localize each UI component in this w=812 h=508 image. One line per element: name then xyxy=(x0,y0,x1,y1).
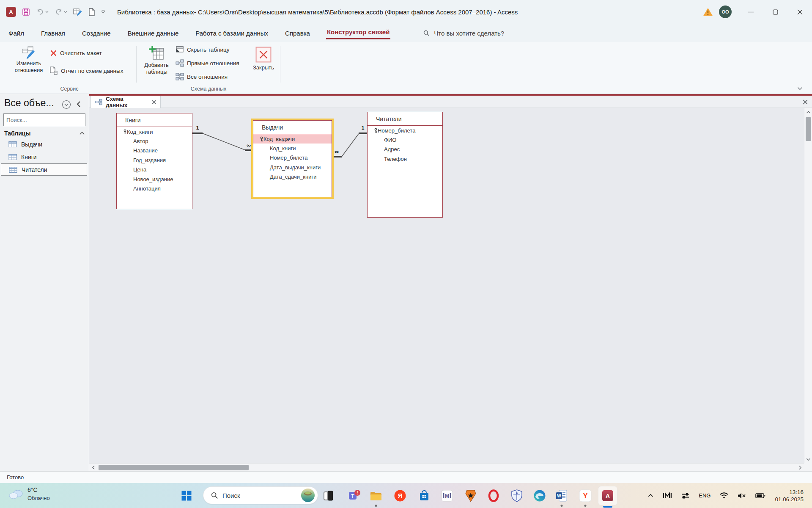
vertical-scroll-thumb[interactable] xyxy=(806,117,811,141)
hide-table-button[interactable]: Скрыть таблицу xyxy=(176,46,229,53)
language-indicator[interactable]: ENG xyxy=(699,492,710,499)
microsoft-store-icon[interactable] xyxy=(418,490,430,502)
edge-icon[interactable] xyxy=(533,489,546,502)
scroll-left-arrow[interactable] xyxy=(89,464,97,472)
tab-external-data[interactable]: Внешние данные xyxy=(127,28,180,39)
save-button[interactable] xyxy=(22,8,30,16)
scroll-up-arrow[interactable] xyxy=(804,108,812,116)
max-messenger-icon[interactable]: M xyxy=(441,490,453,502)
er-field-label: Название xyxy=(133,147,158,154)
scroll-right-arrow[interactable] xyxy=(796,464,804,472)
er-field-row[interactable]: Автор xyxy=(117,136,192,146)
start-button[interactable] xyxy=(181,490,192,501)
tab-home[interactable]: Главная xyxy=(40,28,66,39)
tab-relationships-document[interactable]: Схема данных xyxy=(91,96,161,108)
er-field-row[interactable]: Код_книги xyxy=(253,144,332,153)
close-relationships-button[interactable]: Закрыть xyxy=(250,47,277,71)
tray-max-icon[interactable] xyxy=(663,492,672,499)
close-button[interactable] xyxy=(787,0,812,24)
scroll-down-arrow[interactable] xyxy=(804,455,812,463)
er-field-row[interactable]: Новое_издание xyxy=(117,174,192,184)
relationship-report-button[interactable]: Отчет по схеме данных xyxy=(49,66,123,75)
weather-widget[interactable]: 6°C Облачно xyxy=(8,486,50,502)
er-table-title[interactable]: Выдачи xyxy=(253,121,332,134)
er-field-row[interactable]: ФИО xyxy=(368,135,442,144)
search-highlight-image[interactable] xyxy=(301,488,315,502)
taskbar-search-label: Поиск xyxy=(222,492,296,499)
er-field-row[interactable]: Номер_билета xyxy=(253,153,332,163)
account-avatar[interactable]: ОО xyxy=(719,6,732,18)
er-table-readers[interactable]: Читатели Номер_билета ФИО Адрес Телефон xyxy=(367,112,443,218)
horizontal-scroll-thumb[interactable] xyxy=(99,465,249,470)
nav-item-issues[interactable]: Выдачи xyxy=(1,138,87,150)
all-relationships-button[interactable]: Все отношения xyxy=(176,73,228,80)
star-badge-icon[interactable] xyxy=(465,489,476,502)
tab-database-tools[interactable]: Работа с базами данных xyxy=(195,28,269,39)
phone-link-icon[interactable] xyxy=(322,490,334,502)
er-field-row[interactable]: Название xyxy=(117,146,192,155)
shield-crest-icon[interactable] xyxy=(511,489,522,502)
new-object-button[interactable] xyxy=(88,8,95,16)
er-table-title[interactable]: Читатели xyxy=(368,112,442,126)
undo-button[interactable] xyxy=(36,8,49,16)
battery-icon[interactable] xyxy=(755,492,765,499)
clock-widget[interactable]: 13:16 01.06.2025 xyxy=(775,489,804,503)
tab-relationship-design[interactable]: Конструктор связей xyxy=(326,27,390,39)
nav-item-readers[interactable]: Читатели xyxy=(1,163,87,176)
direct-relationships-button[interactable]: Прямые отношения xyxy=(176,59,239,67)
tab-file[interactable]: Файл xyxy=(8,28,25,39)
redo-button[interactable] xyxy=(55,8,67,16)
file-explorer-icon[interactable] xyxy=(370,490,382,501)
er-field-row[interactable]: Адрес xyxy=(368,145,442,154)
er-field-row[interactable]: Цена xyxy=(117,165,192,174)
collapse-ribbon-button[interactable] xyxy=(797,87,803,90)
minimize-button[interactable] xyxy=(738,0,763,24)
yandex-browser-icon[interactable]: Я xyxy=(394,489,406,502)
close-document-icon[interactable] xyxy=(803,99,808,105)
taskbar-search[interactable]: Поиск xyxy=(203,486,318,504)
er-table-books[interactable]: Книги Код_книги Автор Название Год_издан… xyxy=(116,113,192,209)
er-field-row[interactable]: Телефон xyxy=(368,154,442,163)
er-field-row[interactable]: Аннотация xyxy=(117,184,192,193)
tell-me-search[interactable]: Что вы хотите сделать? xyxy=(423,30,504,37)
access-taskbar-icon[interactable]: A xyxy=(598,486,617,505)
er-field-row[interactable]: Дата_сдачи_книги xyxy=(253,172,332,182)
edit-relationships-button[interactable]: Изменить отношения xyxy=(10,46,47,74)
relationship-line-books-issues[interactable] xyxy=(192,133,253,150)
er-field-row[interactable]: Номер_билета xyxy=(368,126,442,135)
add-tables-button[interactable]: Добавить таблицы xyxy=(140,45,173,75)
nav-search-input[interactable] xyxy=(4,117,84,123)
er-table-issues[interactable]: Выдачи Код_выдачи Код_книги Номер_билета… xyxy=(253,120,332,197)
tray-settings-sliders-icon[interactable] xyxy=(681,492,689,499)
nav-group-tables[interactable]: Таблицы xyxy=(4,130,85,137)
nav-search-box xyxy=(3,113,85,126)
er-field-row[interactable]: Код_книги xyxy=(117,127,192,136)
svg-text:A: A xyxy=(606,492,610,500)
teams-icon[interactable]: T! xyxy=(348,489,361,502)
close-tab-icon[interactable] xyxy=(152,100,156,105)
tab-create[interactable]: Создание xyxy=(81,28,112,39)
nav-item-books[interactable]: Книги xyxy=(1,151,87,163)
yandex-icon[interactable]: Y xyxy=(579,489,592,502)
tray-chevron-up-icon[interactable] xyxy=(648,494,653,497)
shutter-bar-button[interactable] xyxy=(76,101,81,108)
er-field-row[interactable]: Год_издания xyxy=(117,155,192,165)
er-field-row[interactable]: Дата_выдачи_книги xyxy=(253,163,332,172)
nav-pane-menu-button[interactable] xyxy=(62,100,71,109)
wifi-icon[interactable] xyxy=(720,492,728,499)
er-field-row-highlighted[interactable]: Код_выдачи xyxy=(253,134,332,144)
er-table-title[interactable]: Книги xyxy=(117,113,192,127)
horizontal-scrollbar[interactable] xyxy=(89,463,804,471)
datasheet-view-button[interactable] xyxy=(73,8,82,16)
tab-help[interactable]: Справка xyxy=(284,28,311,39)
volume-muted-icon[interactable] xyxy=(738,492,746,499)
warning-icon[interactable] xyxy=(703,7,713,17)
opera-icon[interactable] xyxy=(488,489,499,502)
vertical-scrollbar[interactable] xyxy=(804,108,812,463)
relationships-canvas[interactable]: 1 ∞ ∞ 1 Книги Код_книги Автор Название Г… xyxy=(89,108,804,463)
clear-layout-button[interactable]: Очистить макет xyxy=(50,50,102,57)
qat-customize-button[interactable] xyxy=(101,10,105,14)
nav-item-label: Выдачи xyxy=(21,141,42,148)
maximize-button[interactable] xyxy=(763,0,787,24)
word-icon[interactable]: W xyxy=(555,489,568,502)
